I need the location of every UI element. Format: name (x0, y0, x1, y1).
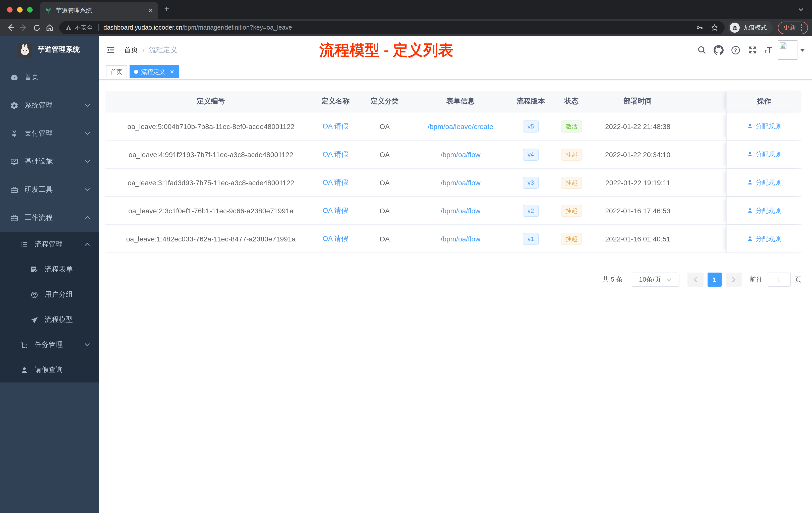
logo-rabbit-avatar (18, 42, 32, 57)
assign-rule-button[interactable]: 分配规则 (747, 206, 782, 215)
github-icon[interactable] (714, 45, 724, 55)
user-solid-icon (747, 179, 753, 186)
fullscreen-icon[interactable] (748, 45, 757, 55)
sidebar-item-process-form[interactable]: 流程表单 (0, 257, 99, 282)
cell-status: 激活 (555, 113, 587, 140)
caret-down-icon[interactable] (800, 48, 805, 52)
reload-icon[interactable] (30, 24, 43, 31)
question-help-icon[interactable]: ? (731, 45, 741, 55)
back-icon[interactable] (4, 24, 17, 32)
bookmark-star-icon[interactable] (710, 24, 719, 32)
close-window-button[interactable] (7, 7, 12, 12)
definition-name-link[interactable]: OA 请假 (323, 206, 348, 215)
search-icon[interactable] (697, 45, 707, 55)
sidebar-item-dev-tools[interactable]: 研发工具 (0, 176, 99, 204)
prev-page-button[interactable] (688, 273, 703, 286)
definition-name-link[interactable]: OA 请假 (323, 234, 348, 243)
task-flow-icon (19, 340, 29, 349)
cell-status: 挂起 (555, 225, 587, 252)
new-tab-button[interactable]: + (164, 4, 169, 14)
cell-definition-id: oa_leave:2:3c1f0ef1-76b1-11ec-9c66-a2380… (106, 197, 316, 224)
favicon-plant-icon (45, 7, 52, 14)
assign-rule-button[interactable]: 分配规则 (747, 178, 782, 187)
chevron-down-icon (84, 103, 90, 108)
table-row: oa_leave:4:991f2193-7b7f-11ec-a3c8-acde4… (106, 141, 802, 169)
cell-deploy-time: 2022-01-16 17:46:53 (587, 197, 688, 224)
tab-search-chevron-icon[interactable] (798, 6, 804, 12)
cell-action: 分配规则 (726, 225, 802, 252)
sidebar-item-workflow[interactable]: 工作流程 (0, 204, 99, 232)
sidebar-item-process-management[interactable]: 流程管理 (0, 232, 99, 257)
tag-home[interactable]: 首页 (106, 65, 127, 78)
assign-rule-button[interactable]: 分配规则 (747, 122, 782, 131)
sidebar-item-user-group[interactable]: 用户分组 (0, 282, 99, 307)
cell-form-info: /bpm/oa/flow (415, 197, 506, 224)
form-info-link[interactable]: /bpm/oa/leave/create (428, 122, 493, 130)
tag-close-icon[interactable]: ✕ (170, 68, 174, 75)
active-tag-dot (134, 70, 138, 74)
sidebar-item-system-management[interactable]: 系统管理 (0, 91, 99, 119)
status-badge: 激活 (561, 120, 582, 132)
cell-definition-name: OA 请假 (316, 197, 354, 224)
status-badge: 挂起 (561, 205, 582, 217)
sidebar-item-home[interactable]: 首页 (0, 63, 99, 91)
definition-name-link[interactable]: OA 请假 (323, 150, 348, 159)
chevron-down-icon (84, 131, 90, 135)
assign-rule-label: 分配规则 (755, 150, 782, 159)
password-key-icon[interactable] (696, 24, 703, 32)
next-page-button[interactable] (726, 273, 742, 286)
assign-rule-button[interactable]: 分配规则 (747, 234, 782, 243)
window-controls (7, 7, 33, 12)
column-header-time: 部署时间 (587, 91, 688, 112)
minimize-window-button[interactable] (17, 7, 23, 12)
forward-icon[interactable] (17, 24, 30, 32)
definition-name-link[interactable]: OA 请假 (323, 178, 348, 187)
cell-action: 分配规则 (726, 113, 802, 140)
font-size-icon[interactable]: тT (764, 46, 772, 55)
sidebar-item-label: 支付管理 (25, 129, 53, 138)
breadcrumb-separator: / (143, 46, 145, 54)
form-info-link[interactable]: /bpm/oa/flow (441, 207, 481, 215)
goto-page-input[interactable]: 1 (767, 273, 791, 286)
pagination-total: 共 5 条 (602, 275, 623, 284)
broken-image-icon (779, 42, 787, 49)
form-info-link[interactable]: /bpm/oa/flow (441, 235, 481, 243)
url-bar[interactable]: 不安全 dashboard.yudao.iocoder.cn/bpm/manag… (59, 21, 725, 34)
update-menu-button[interactable]: 更新 (778, 21, 808, 34)
page-size-select[interactable]: 10条/页 (631, 273, 679, 286)
maximize-window-button[interactable] (27, 7, 33, 12)
home-icon[interactable] (43, 24, 56, 32)
navbar-right: ? тT (690, 40, 805, 60)
assign-rule-label: 分配规则 (755, 122, 782, 131)
sidebar-item-label: 用户分组 (45, 290, 73, 299)
sidebar-item-task-management[interactable]: 任务管理 (0, 332, 99, 357)
definition-name-link[interactable]: OA 请假 (323, 122, 348, 131)
sidebar-item-payment-management[interactable]: 支付管理 (0, 119, 99, 148)
page-number-button[interactable]: 1 (707, 273, 722, 286)
security-label[interactable]: 不安全 (75, 23, 93, 32)
process-list-icon (19, 240, 29, 249)
tags-view-bar: 首页流程定义✕ (99, 64, 812, 80)
tab-close-icon[interactable]: ✕ (148, 7, 153, 14)
sidebar-item-process-model[interactable]: 流程模型 (0, 307, 99, 332)
tag-process-definition[interactable]: 流程定义✕ (129, 65, 179, 78)
form-info-link[interactable]: /bpm/oa/flow (441, 178, 481, 186)
form-info-link[interactable]: /bpm/oa/flow (441, 150, 481, 158)
breadcrumb-home[interactable]: 首页 (124, 46, 138, 55)
navbar: 首页 / 流程定义 流程模型 - 定义列表 ? (99, 36, 812, 64)
user-solid-icon (747, 151, 753, 158)
assign-rule-button[interactable]: 分配规则 (747, 150, 782, 159)
browser-toolbar: 不安全 dashboard.yudao.iocoder.cn/bpm/manag… (0, 19, 812, 36)
chevron-down-icon (84, 343, 90, 347)
avatar[interactable] (778, 40, 798, 60)
url-host: dashboard.yudao.iocoder.cn (104, 24, 182, 31)
sidebar-toggle-icon[interactable] (106, 45, 116, 55)
column-header-version: 流程版本 (506, 91, 555, 112)
sidebar-item-infrastructure[interactable]: 基础设施 (0, 148, 99, 176)
sidebar-item-label: 系统管理 (25, 101, 53, 110)
column-header-form: 表单信息 (415, 91, 506, 112)
cell-process-version: v1 (506, 225, 555, 252)
column-header-action: 操作 (726, 91, 802, 112)
browser-tab[interactable]: 芋道管理系统 ✕ (40, 2, 158, 19)
sidebar-item-leave-query[interactable]: 请假查询 (0, 357, 99, 383)
